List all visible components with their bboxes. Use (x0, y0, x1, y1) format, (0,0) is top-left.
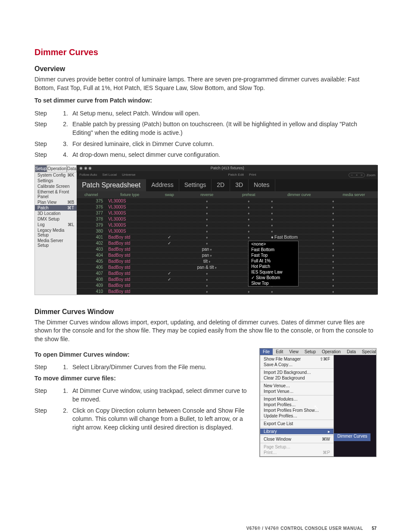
col-media-server: media server (330, 191, 378, 198)
table-row[interactable]: 409BadBoy std ♦ ♦ ♦ ♦ (77, 283, 378, 289)
patch-tab[interactable]: Address (146, 179, 179, 191)
file-menu-item[interactable]: Clear 2D Background (260, 375, 333, 381)
menubar-item[interactable]: Setup (302, 348, 319, 355)
instruction-heading-2: To open Dimmer Curves window: (34, 351, 251, 359)
table-row[interactable]: 405BadBoy stdtilt ♦ ♦ ♦ ♦ (77, 258, 378, 264)
steps-list-2: Step1.Select Library/Dimmer Curves from … (34, 363, 251, 372)
file-menu-item[interactable]: Import Profiles… (260, 402, 333, 408)
menubar-item[interactable]: View (286, 348, 302, 355)
toolbar-item[interactable]: Patch Edit (228, 173, 243, 177)
setup-sidebar: SetupOperationData System Config⌘KSettin… (35, 165, 77, 295)
toolbar-item[interactable]: Universe (122, 173, 136, 177)
patch-tab[interactable]: Notes (249, 179, 275, 191)
table-row[interactable]: 379VL3000S ♦ ♦ ♦ ♦ (77, 222, 378, 228)
file-menu-item[interactable]: Import Profiles From Show… (260, 408, 333, 413)
sidebar-menu-item[interactable]: Patch⌘T (35, 205, 77, 211)
table-row[interactable]: 375VL3000S ♦ ♦ ♦ ♦ (77, 198, 378, 204)
col-dimmer-curve: dimmer curve (268, 191, 330, 198)
footer-page-number: 57 (372, 526, 377, 531)
menubar-item[interactable]: Edit (273, 348, 286, 355)
table-row[interactable]: 401BadBoy std✓ ♦ ♦♦ Fast Bottom ♦ (77, 234, 378, 240)
patch-tab[interactable]: 3D (230, 179, 249, 191)
dropdown-option[interactable]: IES Square Law (249, 269, 298, 275)
menubar-item[interactable]: Operation (319, 348, 344, 355)
sidebar-menu-item[interactable]: Legacy Media Setup (35, 227, 77, 238)
library-submenu-item[interactable]: Dimmer Curves (334, 433, 371, 441)
table-row[interactable]: 407BadBoy std✓ ♦ ♦ ♦ ♦ (77, 271, 378, 277)
sidebar-menu-item[interactable]: Calibrate Screen (35, 184, 77, 189)
sidebar-menu-item[interactable]: Ethernet & Front Panel (35, 189, 77, 199)
sidebar-menu-item[interactable]: 3D Location (35, 211, 77, 216)
sidebar-menu-item[interactable]: DMX Setup (35, 216, 77, 222)
dimmer-curve-dropdown[interactable]: <none>Fast BottomFast TopFull At 1%Hot P… (248, 241, 299, 286)
table-row[interactable]: 404BadBoy stdpan ♦ ♦ ♦ ♦ (77, 252, 378, 258)
table-row[interactable]: 403BadBoy stdpan ♦ ♦ ♦ ♦ (77, 246, 378, 252)
instruction-heading-1: To set dimmer curve from Patch window: (34, 96, 377, 105)
dropdown-option[interactable]: Full At 1% (249, 258, 298, 264)
sidebar-tab[interactable]: Data (67, 165, 77, 172)
table-row[interactable]: 410BadBoy std ♦ ♦ ♦ ♦ (77, 289, 378, 295)
step-row: Step1.Select Library/Dimmer Curves from … (34, 363, 251, 372)
file-menu-item[interactable]: Import Venue… (260, 389, 333, 394)
zoom-buttons[interactable]: − + = (349, 173, 364, 177)
menubar-item[interactable]: Special (359, 348, 379, 355)
step-row: Step3.For desired luminaire, click in Di… (34, 140, 377, 149)
dropdown-option[interactable]: Hot Patch (249, 264, 298, 269)
menubar-item[interactable]: Data (344, 348, 359, 355)
steps-list-3: Step1.At Dimmer Curve window, using trac… (34, 387, 251, 432)
col-channel: channel (77, 191, 106, 198)
file-menu-item[interactable]: Import Modules… (260, 396, 333, 402)
section-title: Dimmer Curves (34, 47, 377, 57)
sidebar-menu-item[interactable]: System Config⌘K (35, 172, 77, 178)
window-title: Patch (413 fixtures) (77, 166, 378, 170)
table-row[interactable]: 402BadBoy std✓ ♦ ♦♦ Fast Bottom ♦ (77, 240, 378, 246)
sidebar-menu-item[interactable]: Media Server Setup (35, 238, 77, 248)
instruction-heading-3: To move dimmer curve files: (34, 374, 251, 383)
file-menu-item[interactable]: Export Cue List (260, 421, 333, 426)
file-menu-item: Print…⌘P (260, 450, 333, 455)
cursor-icon: ↖ (314, 404, 319, 411)
table-row[interactable]: 406BadBoy stdpan & tilt ♦ ♦ ♦ ♦ (77, 264, 378, 271)
sidebar-tab[interactable]: Operation (47, 165, 67, 172)
sidebar-menu-item[interactable]: Log⌘L (35, 222, 77, 227)
table-row[interactable]: 377VL3000S ♦ ♦ ♦ ♦ (77, 210, 378, 216)
menubar-item[interactable]: File (260, 348, 273, 355)
dropdown-option[interactable]: Fast Bottom (249, 247, 298, 252)
toolbar-item[interactable]: Print (249, 173, 256, 177)
file-menu-item[interactable]: Save A Copy… (260, 362, 333, 367)
col-preheat: preheat (229, 191, 268, 198)
patch-window-screenshot: SetupOperationData System Config⌘KSettin… (34, 165, 377, 295)
file-menu-item[interactable]: New Venue… (260, 383, 333, 389)
dropdown-option[interactable]: Slow Top (249, 280, 298, 286)
dropdown-option[interactable]: <none> (249, 241, 298, 247)
table-row[interactable]: 378VL3000S ♦ ♦ ♦ ♦ (77, 216, 378, 222)
dropdown-option[interactable]: Fast Top (249, 252, 298, 258)
patch-tab[interactable]: 2D (212, 179, 230, 191)
table-row[interactable]: 376VL3000S ♦ ♦ ♦ ♦ (77, 204, 378, 210)
file-menu-item[interactable]: Show File Manager⇧⌘F (260, 356, 333, 362)
sidebar-menu-item[interactable]: Plan View⌘B (35, 199, 77, 205)
col-swap: swap (154, 191, 185, 198)
dropdown-option[interactable]: Slow Bottom (249, 275, 298, 280)
file-menu-item[interactable]: Update Profiles… (260, 413, 333, 419)
toolbar-item[interactable]: Set Local (103, 173, 117, 177)
patch-tab[interactable]: Patch Spreadsheet (77, 179, 146, 191)
toolbar-item[interactable]: Follow Auto (79, 173, 97, 177)
file-menu-item[interactable]: Import 2D Background… (260, 370, 333, 375)
step-row: Step1.At Dimmer Curve window, using trac… (34, 387, 251, 404)
dcw-paragraph: The Dimmer Curves window allows import, … (34, 318, 377, 344)
file-menu-item[interactable]: Library▸ (260, 429, 333, 434)
patch-tab[interactable]: Settings (179, 179, 212, 191)
table-row[interactable]: 380VL3000S ♦ ♦ ♦ ♦ (77, 228, 378, 234)
steps-list-1: Step1.At Setup menu, select Patch. Windo… (34, 109, 377, 159)
file-menu-dropdown[interactable]: Show File Manager⇧⌘FSave A Copy…Import 2… (260, 355, 334, 457)
step-row: Step1.At Setup menu, select Patch. Windo… (34, 109, 377, 118)
footer-manual-name: V676® / V476® CONTROL CONSOLE USER MANUA… (246, 526, 363, 531)
overview-paragraph: Dimmer curves provide better control of … (34, 75, 377, 92)
sidebar-menu-item[interactable]: Settings (35, 178, 77, 184)
sidebar-tab[interactable]: Setup (35, 165, 47, 172)
dcw-heading: Dimmer Curves Window (34, 308, 377, 316)
overview-heading: Overview (34, 65, 377, 73)
table-row[interactable]: 408BadBoy std✓ ♦ ♦ ♦ ♦ (77, 277, 378, 283)
file-menu-item[interactable]: Close Window⌘W (260, 436, 333, 442)
